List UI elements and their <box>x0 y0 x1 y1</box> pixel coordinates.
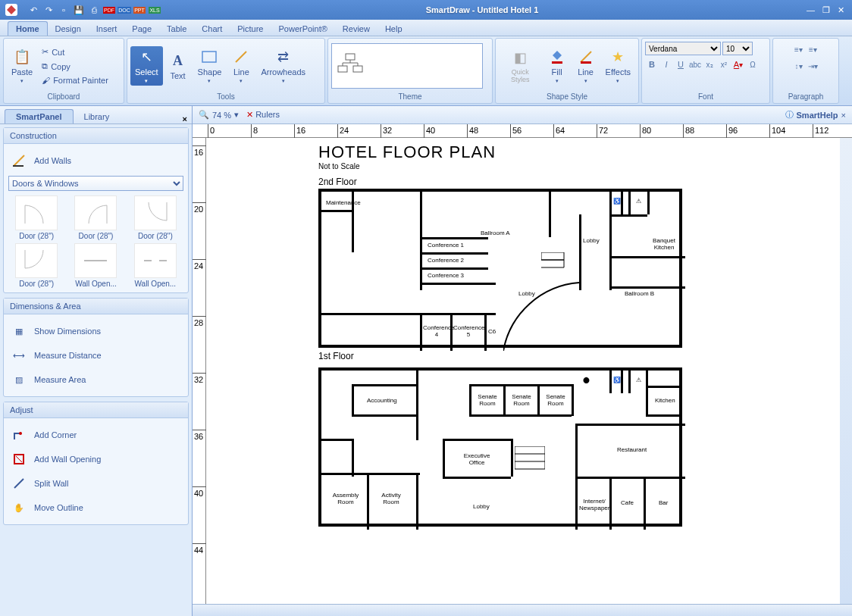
font-name-select[interactable]: Verdana <box>645 42 721 55</box>
text-tool-button[interactable]: AText <box>164 50 192 82</box>
window-controls: — ❐ ✕ <box>799 5 852 15</box>
paragraph-group-label: Paragraph <box>775 92 837 102</box>
menu-tab-page[interactable]: Page <box>124 22 159 36</box>
new-button[interactable]: ▫ <box>58 4 70 16</box>
horizontal-scrollbar[interactable] <box>193 604 852 616</box>
menu-tab-table[interactable]: Table <box>159 22 194 36</box>
workspace: SmartPanel Library × Construction Add Wa… <box>0 106 852 616</box>
style-line-button[interactable]: Line▾ <box>572 46 600 86</box>
bullets-button[interactable]: ≡▾ <box>792 43 806 55</box>
effects-button[interactable]: ★Effects▾ <box>601 46 635 86</box>
zoom-control[interactable]: 🔍74 % ▾ <box>199 110 239 120</box>
subscript-button[interactable]: x₂ <box>703 58 716 70</box>
menu-tab-picture[interactable]: Picture <box>230 22 271 36</box>
add-walls-item[interactable]: Add Walls <box>8 149 183 173</box>
rulers-button[interactable]: ✕ Rulers <box>246 110 280 120</box>
wall-icon <box>11 153 27 168</box>
bold-button[interactable]: B <box>645 58 659 70</box>
cut-icon: ✂ <box>42 47 49 57</box>
undo-button[interactable]: ↶ <box>27 4 39 16</box>
quick-access-toolbar: ↶ ↷ ▫ 💾 ⎙ PDF DOC PPT XLS <box>23 4 165 16</box>
strikethrough-button[interactable]: abc <box>688 58 702 70</box>
doc-button[interactable]: DOC <box>118 4 130 16</box>
svg-line-11 <box>581 52 591 62</box>
symbol-button[interactable]: Ω <box>746 58 760 70</box>
theme-gallery[interactable] <box>331 43 483 89</box>
opening-icon <box>11 452 27 467</box>
italic-button[interactable]: I <box>659 58 673 70</box>
measure-area-item[interactable]: ▨Measure Area <box>8 367 183 392</box>
vertical-scrollbar[interactable] <box>840 138 852 604</box>
shape-item[interactable]: Door (28") <box>8 243 64 288</box>
svg-rect-20 <box>515 446 545 469</box>
close-button[interactable]: ✕ <box>838 5 844 15</box>
paste-label: Paste <box>11 67 33 77</box>
format-painter-button[interactable]: 🖌Format Painter <box>39 74 111 86</box>
pdf-button[interactable]: PDF <box>103 4 115 16</box>
line-spacing-button[interactable]: ↕▾ <box>792 60 806 72</box>
tab-smartpanel[interactable]: SmartPanel <box>5 109 74 124</box>
arrowheads-button[interactable]: ⇄Arrowheads▾ <box>256 46 310 86</box>
menu-tab-review[interactable]: Review <box>335 22 377 36</box>
show-dimensions-item[interactable]: ▦Show Dimensions <box>8 319 183 343</box>
ribbon-paragraph: ≡▾≡▾ ↕▾⇥▾ Paragraph <box>772 38 839 104</box>
font-size-select[interactable]: 10 <box>722 42 753 55</box>
font-group-label: Font <box>644 92 768 102</box>
copy-button[interactable]: ⧉Copy <box>39 60 111 73</box>
shape-item[interactable]: Door (28") <box>67 195 124 240</box>
tools-group-label: Tools <box>129 92 323 102</box>
print-button[interactable]: ⎙ <box>88 4 100 16</box>
ppt-button[interactable]: PPT <box>133 4 146 16</box>
dimensions-section: Dimensions & Area ▦Show Dimensions ⟷Meas… <box>3 298 189 397</box>
minimize-button[interactable]: — <box>807 5 815 15</box>
area-icon: ▨ <box>11 372 27 387</box>
shape-item[interactable]: Wall Open... <box>127 243 183 288</box>
menu-tab-help[interactable]: Help <box>377 22 410 36</box>
align-button[interactable]: ≡▾ <box>807 43 820 55</box>
indent-button[interactable]: ⇥▾ <box>807 60 820 72</box>
text-icon: A <box>169 52 187 70</box>
smarthelp-button[interactable]: ⓘSmartHelp × <box>785 109 846 120</box>
measure-distance-item[interactable]: ⟷Measure Distance <box>8 343 183 367</box>
shapes-grid: Door (28")Door (28")Door (28")Door (28")… <box>8 195 183 288</box>
add-corner-item[interactable]: Add Corner <box>8 423 183 447</box>
menu-tab-powerpoint[interactable]: PowerPoint® <box>271 22 334 36</box>
fill-button[interactable]: Fill▾ <box>543 46 571 86</box>
cut-button[interactable]: ✂Cut <box>39 45 111 58</box>
horizontal-ruler: 081624324048566472808896104112 <box>193 124 852 138</box>
add-wall-opening-item[interactable]: Add Wall Opening <box>8 447 183 471</box>
save-button[interactable]: 💾 <box>73 4 85 16</box>
fill-icon <box>548 48 566 66</box>
redo-button[interactable]: ↷ <box>42 4 55 16</box>
font-color-button[interactable]: A▾ <box>731 58 745 70</box>
line-tool-button[interactable]: Line▾ <box>227 46 255 86</box>
shape-item[interactable]: Wall Open... <box>67 243 124 288</box>
menu-tab-design[interactable]: Design <box>48 22 89 36</box>
drawing-page: HOTEL FLOOR PLAN Not to Scale 2nd Floor <box>220 138 841 527</box>
doors-windows-select[interactable]: Doors & Windows <box>8 176 183 191</box>
paste-button[interactable]: 📋 Paste▾ <box>7 46 37 86</box>
tab-library[interactable]: Library <box>74 110 121 124</box>
select-tool-button[interactable]: ↖Select▾ <box>130 46 163 86</box>
app-logo[interactable] <box>0 0 23 20</box>
split-wall-item[interactable]: Split Wall <box>8 471 183 496</box>
help-icon: ⓘ <box>785 109 794 120</box>
shape-item[interactable]: Door (28") <box>8 195 64 240</box>
panel-close-button[interactable]: × <box>183 114 187 124</box>
hand-icon: ✋ <box>11 500 27 515</box>
menu-tab-chart[interactable]: Chart <box>194 22 230 36</box>
restore-button[interactable]: ❐ <box>822 5 830 15</box>
canvas-area: 🔍74 % ▾ ✕ Rulers ⓘSmartHelp × 0816243240… <box>193 106 852 616</box>
menu-tab-home[interactable]: Home <box>8 21 48 36</box>
shape-tool-button[interactable]: Shape▾ <box>193 46 227 86</box>
quick-styles-button[interactable]: ◧Quick Styles <box>499 47 542 85</box>
brush-icon: 🖌 <box>42 76 50 85</box>
superscript-button[interactable]: x² <box>717 58 731 70</box>
move-outline-item[interactable]: ✋Move Outline <box>8 496 183 520</box>
underline-button[interactable]: U <box>674 58 688 70</box>
xls-button[interactable]: XLS <box>149 4 161 16</box>
construction-section: Construction Add Walls Doors & Windows D… <box>3 127 189 293</box>
shape-item[interactable]: Door (28") <box>127 195 183 240</box>
menu-tab-insert[interactable]: Insert <box>89 22 125 36</box>
canvas[interactable]: HOTEL FLOOR PLAN Not to Scale 2nd Floor <box>206 138 852 604</box>
